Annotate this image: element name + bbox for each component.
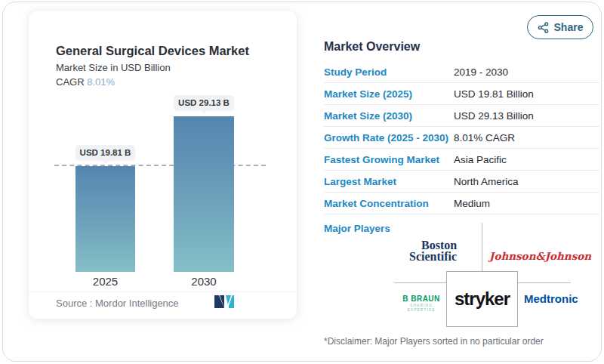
x-axis-label-2030: 2030 bbox=[174, 275, 234, 288]
bar-2025 bbox=[76, 166, 135, 272]
stryker-logo-box: stryker bbox=[446, 271, 518, 327]
row-value: Medium bbox=[454, 198, 490, 209]
row-label: Market Concentration bbox=[324, 198, 454, 209]
cagr-value: 8.01% bbox=[87, 76, 115, 88]
b-braun-name: B BRAUN bbox=[399, 295, 444, 303]
table-row-market-concentration: Market Concentration Medium bbox=[324, 193, 599, 214]
players-divider-vertical bbox=[482, 223, 482, 272]
share-icon bbox=[538, 22, 549, 33]
bar-group-2025: USD 19.81 B bbox=[76, 145, 135, 272]
table-row-study-period: Study Period 2019 - 2030 bbox=[324, 61, 599, 83]
row-value: USD 19.81 Billion bbox=[454, 88, 534, 100]
stryker-logo: stryker bbox=[455, 288, 510, 310]
players-divider-horizontal-left bbox=[394, 282, 446, 283]
row-value: North America bbox=[454, 176, 519, 187]
card-footer-divider bbox=[29, 292, 297, 292]
infographic-page: Share General Surgical Devices Market Ma… bbox=[2, 2, 602, 362]
chip-pointer bbox=[102, 160, 109, 164]
share-label: Share bbox=[554, 21, 584, 33]
chart-subtitle: Market Size in USD Billion bbox=[56, 62, 171, 73]
source-text: Source : Mordor Intelligence bbox=[56, 298, 179, 309]
row-label: Study Period bbox=[324, 66, 454, 78]
share-button[interactable]: Share bbox=[527, 15, 593, 39]
row-label: Market Size (2030) bbox=[324, 110, 454, 122]
johnson-and-johnson-logo: Johnson&Johnson bbox=[489, 250, 572, 262]
overview-table: Study Period 2019 - 2030 Market Size (20… bbox=[324, 61, 599, 214]
table-row-fastest-growing-market: Fastest Growing Market Asia Pacific bbox=[324, 149, 599, 171]
table-row-market-size-2030: Market Size (2030) USD 29.13 Billion bbox=[324, 105, 599, 127]
mordor-intelligence-logo bbox=[214, 295, 235, 309]
chart-title: General Surgical Devices Market bbox=[56, 44, 249, 58]
table-row-market-size-2025: Market Size (2025) USD 19.81 Billion bbox=[324, 83, 599, 105]
bar-value-chip-2030: USD 29.13 B bbox=[174, 95, 234, 110]
row-value: 2019 - 2030 bbox=[454, 66, 508, 78]
b-braun-tagline: SHARING EXPERTISE bbox=[399, 303, 444, 312]
row-label: Fastest Growing Market bbox=[324, 154, 454, 165]
chart-cagr: CAGR 8.01% bbox=[56, 76, 115, 88]
row-label: Growth Rate (2025 - 2030) bbox=[324, 132, 454, 143]
boston-scientific-line2: Scientific bbox=[409, 251, 474, 262]
row-value: USD 29.13 Billion bbox=[454, 110, 534, 122]
b-braun-logo: B BRAUN SHARING EXPERTISE bbox=[399, 295, 444, 312]
chip-pointer bbox=[200, 110, 208, 114]
row-value: Asia Pacific bbox=[454, 154, 507, 165]
row-label: Largest Market bbox=[324, 176, 454, 187]
table-row-growth-rate: Growth Rate (2025 - 2030) 8.01% CAGR bbox=[324, 127, 599, 149]
medtronic-logo: Medtronic bbox=[524, 292, 578, 305]
row-label: Market Size (2025) bbox=[324, 88, 454, 100]
overview-heading: Market Overview bbox=[324, 40, 420, 54]
row-value: 8.01% CAGR bbox=[454, 132, 515, 143]
boston-scientific-line1: Boston bbox=[421, 239, 474, 251]
market-chart-card: General Surgical Devices Market Market S… bbox=[28, 10, 297, 319]
boston-scientific-logo: Boston Scientific bbox=[409, 239, 474, 262]
cagr-label: CAGR bbox=[56, 76, 85, 88]
major-players-label: Major Players bbox=[324, 223, 390, 234]
bar-group-2030: USD 29.13 B bbox=[174, 95, 234, 272]
x-axis-label-2025: 2025 bbox=[76, 275, 135, 288]
disclaimer-text: *Disclaimer: Major Players sorted in no … bbox=[324, 336, 544, 347]
bar-2030 bbox=[174, 116, 234, 272]
table-row-largest-market: Largest Market North America bbox=[324, 171, 599, 193]
players-divider-horizontal-right bbox=[518, 282, 571, 283]
bar-value-chip-2025: USD 19.81 B bbox=[76, 145, 135, 160]
